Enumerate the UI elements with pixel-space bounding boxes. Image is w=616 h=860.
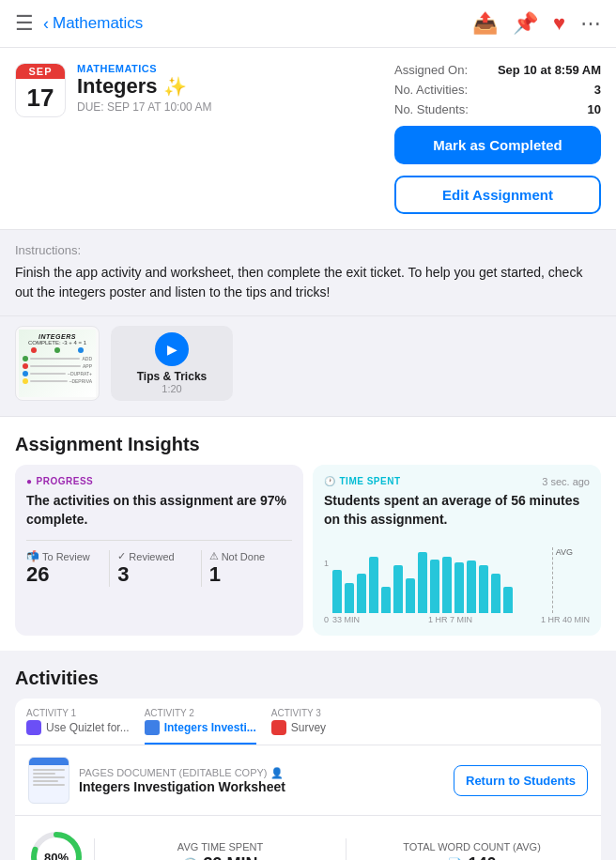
chart-bar (442, 557, 452, 613)
instructions-text: Finish the app activity and worksheet, t… (15, 263, 601, 302)
pages-icon (145, 720, 160, 735)
instructions-label: Instructions: (15, 243, 601, 257)
return-to-students-button[interactable]: Return to Students (454, 765, 588, 796)
chart-container: 1 0 AVG 33 MIN 1 HR 7 MIN 1 HR 40 MIN (324, 540, 590, 624)
activity-stats-row: 80% AVG TIME SPENT 🕐 39 MIN TOTAL WORD C… (15, 816, 601, 860)
chart-bar (430, 560, 439, 614)
doc-title: Integers Investigation Worksheet (79, 779, 444, 794)
avg-time-block: AVG TIME SPENT 🕐 39 MIN (104, 841, 336, 860)
tab-activity-3[interactable]: ACTIVITY 3 Survey (271, 708, 326, 745)
divider (94, 838, 95, 860)
activities-section: Activities ACTIVITY 1 Use Quizlet for...… (0, 651, 616, 860)
progress-text: The activities on this assignment are 97… (26, 492, 292, 529)
tab2-title: Integers Investi... (164, 721, 256, 734)
doc-info: PAGES DOCUMENT (EDITABLE COPY) 👤 Integer… (79, 767, 444, 794)
cal-month: SEP (16, 64, 65, 79)
tips-tricks-video[interactable]: ▶ Tips & Tricks 1:20 (111, 326, 233, 401)
sidebar-toggle-icon[interactable]: ☰ (15, 11, 34, 36)
activities-val: 3 (594, 83, 601, 97)
doc-thumbnail (28, 757, 69, 804)
progress-tag: ● PROGRESS (26, 476, 292, 486)
meta-panel: Assigned On: Sep 10 at 8:59 AM No. Activ… (394, 63, 601, 214)
activities-row: No. Activities: 3 (394, 83, 601, 97)
document-row: PAGES DOCUMENT (EDITABLE COPY) 👤 Integer… (15, 745, 601, 816)
word-count-label: TOTAL WORD COUNT (AVG) (403, 841, 541, 852)
edit-assignment-button[interactable]: Edit Assignment (394, 176, 601, 214)
mark-completed-button[interactable]: Mark as Completed (394, 126, 601, 164)
play-icon: ▶ (155, 332, 189, 366)
students-val: 10 (588, 102, 601, 116)
chart-bar (503, 587, 513, 613)
sparkle-icon: ✨ (163, 75, 187, 98)
insights-section: Assignment Insights ● PROGRESS The activ… (0, 417, 616, 651)
reviewed-val: 3 (117, 562, 192, 587)
clock-icon: 🕐 (324, 476, 336, 486)
chart-y-axis: 1 0 (324, 559, 329, 624)
avg-marker: AVG (552, 547, 573, 613)
time-tag: 🕐 TIME SPENT (324, 476, 401, 486)
activity-tabs: ACTIVITY 1 Use Quizlet for... ACTIVITY 2… (15, 699, 601, 745)
bar-chart: AVG (332, 547, 590, 613)
stat-not-done: ⚠ Not Done 1 (209, 550, 292, 587)
poster-title: INTEGERS (23, 333, 92, 340)
warning-icon: ⚠ (209, 550, 219, 562)
quizlet-icon (26, 720, 41, 735)
stat-to-review: 📬 To Review 26 (26, 550, 110, 587)
tab1-num: ACTIVITY 1 (26, 708, 130, 718)
progress-card: ● PROGRESS The activities on this assign… (15, 465, 303, 636)
activities-title: Activities (15, 668, 601, 699)
progress-icon: ● (26, 476, 33, 486)
back-label: Mathematics (53, 14, 143, 33)
chart-bar (479, 565, 488, 613)
chart-bar (467, 561, 476, 613)
word-count-val: 📄 140 (447, 854, 496, 860)
more-icon[interactable]: ⋯ (580, 11, 601, 36)
activities-label: No. Activities: (394, 83, 468, 97)
not-done-val: 1 (209, 562, 285, 587)
time-text: Students spent an average of 56 minutes … (324, 492, 590, 529)
doc-type: PAGES DOCUMENT (EDITABLE COPY) 👤 (79, 767, 444, 779)
assigned-on-row: Assigned On: Sep 10 at 8:59 AM (394, 63, 601, 77)
donut-label: 80% (44, 851, 69, 860)
chart-bar (332, 570, 342, 613)
tab3-title: Survey (291, 721, 326, 734)
chart-bar (454, 562, 464, 613)
assignment-header: SEP 17 MATHEMATICS Integers ✨ DUE: SEP 1… (0, 48, 616, 230)
calendar-icon: SEP 17 (15, 63, 66, 117)
chart-bar (418, 552, 427, 613)
activities-card: ACTIVITY 1 Use Quizlet for... ACTIVITY 2… (15, 699, 601, 860)
video-duration: 1:20 (162, 383, 181, 394)
tab3-num: ACTIVITY 3 (271, 708, 326, 718)
tab-activity-1[interactable]: ACTIVITY 1 Use Quizlet for... (26, 708, 130, 745)
chart-bar (369, 557, 378, 613)
donut-chart: 80% (28, 829, 85, 860)
integers-poster[interactable]: INTEGERS COMPLETE: -3 + 4 = 1 ADD APP (15, 326, 100, 401)
stat-reviewed: ✓ Reviewed 3 (117, 550, 201, 587)
tab1-title: Use Quizlet for... (46, 721, 130, 734)
instructions-section: Instructions: Finish the app activity an… (0, 230, 616, 316)
header-left: ☰ ‹ Mathematics (15, 11, 143, 36)
header-actions: 📤 📌 ♥ ⋯ (472, 11, 601, 36)
insights-title: Assignment Insights (0, 417, 616, 465)
assigned-on-label: Assigned On: (394, 63, 468, 77)
word-count-block: TOTAL WORD COUNT (AVG) 📄 140 (356, 841, 588, 860)
progress-stats: 📬 To Review 26 ✓ Reviewed 3 ⚠ Not Done (26, 540, 292, 587)
students-row: No. Students: 10 (394, 102, 601, 116)
heart-icon[interactable]: ♥ (553, 11, 565, 36)
avg-time-label: AVG TIME SPENT (177, 841, 263, 852)
chart-bar (357, 574, 366, 613)
share-icon[interactable]: 📤 (472, 11, 498, 36)
assignment-title: Integers ✨ (77, 74, 383, 99)
back-chevron-icon: ‹ (43, 14, 49, 34)
attachments-section: INTEGERS COMPLETE: -3 + 4 = 1 ADD APP (0, 316, 616, 417)
time-card: 🕐 TIME SPENT 3 sec. ago Students spent a… (313, 465, 601, 636)
tab-activity-2[interactable]: ACTIVITY 2 Integers Investi... (145, 708, 256, 745)
back-button[interactable]: ‹ Mathematics (43, 14, 143, 34)
survey-icon (271, 720, 286, 735)
insights-row: ● PROGRESS The activities on this assign… (0, 465, 616, 651)
chart-bar (345, 583, 354, 614)
pin-icon[interactable]: 📌 (513, 11, 538, 36)
students-label: No. Students: (394, 102, 469, 116)
inbox-icon: 📬 (26, 550, 39, 562)
cal-day: 17 (16, 79, 65, 116)
